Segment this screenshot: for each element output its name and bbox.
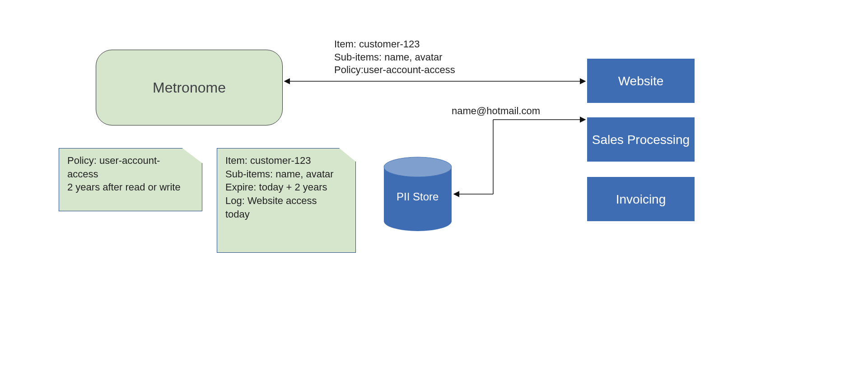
note-item-line1: Item: customer-123 bbox=[225, 154, 347, 167]
note-item-line3: Expire: today + 2 years bbox=[225, 181, 347, 194]
note-item-line2: Sub-items: name, avatar bbox=[225, 167, 347, 181]
edge-label-top-line2: Sub-items: name, avatar bbox=[334, 51, 524, 64]
note-policy: Policy: user-account- access 2 years aft… bbox=[59, 148, 202, 211]
diagram-canvas: Metronome Policy: user-account- access 2… bbox=[0, 0, 868, 376]
edge-label-top: Item: customer-123 Sub-items: name, avat… bbox=[334, 38, 524, 77]
note-policy-line1: Policy: user-account- bbox=[67, 154, 194, 167]
edge-label-top-line3: Policy:user-account-access bbox=[334, 64, 524, 77]
node-sales-processing: Sales Processing bbox=[587, 117, 695, 162]
node-sales-processing-label: Sales Processing bbox=[592, 132, 690, 148]
svg-point-3 bbox=[384, 157, 452, 177]
note-item: Item: customer-123 Sub-items: name, avat… bbox=[217, 148, 356, 253]
node-website-label: Website bbox=[618, 73, 664, 89]
node-invoicing-label: Invoicing bbox=[616, 191, 666, 207]
node-metronome: Metronome bbox=[96, 50, 283, 125]
note-item-line5: today bbox=[225, 208, 347, 221]
node-website: Website bbox=[587, 59, 695, 103]
edge-sales-pii bbox=[454, 120, 585, 194]
node-pii-store-label: PII Store bbox=[397, 190, 439, 204]
node-metronome-label: Metronome bbox=[153, 79, 226, 96]
note-item-line4: Log: Website access bbox=[225, 194, 347, 208]
note-policy-line3: 2 years after read or write bbox=[67, 181, 194, 194]
note-policy-line2: access bbox=[67, 167, 194, 181]
node-invoicing: Invoicing bbox=[587, 177, 695, 221]
edge-label-top-line1: Item: customer-123 bbox=[334, 38, 524, 51]
edge-label-email: name@hotmail.com bbox=[452, 105, 540, 118]
